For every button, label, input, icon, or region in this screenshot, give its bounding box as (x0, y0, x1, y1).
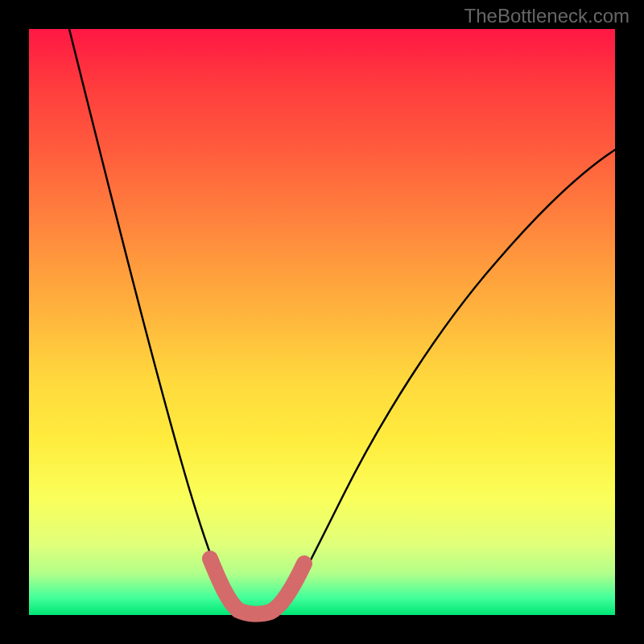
curve-left-branch (69, 29, 234, 607)
chart-plot-area (29, 29, 615, 615)
trough-highlight (210, 559, 304, 614)
chart-curves (29, 29, 615, 615)
curve-right-branch (287, 150, 615, 607)
watermark-text: TheBottleneck.com (464, 5, 630, 27)
